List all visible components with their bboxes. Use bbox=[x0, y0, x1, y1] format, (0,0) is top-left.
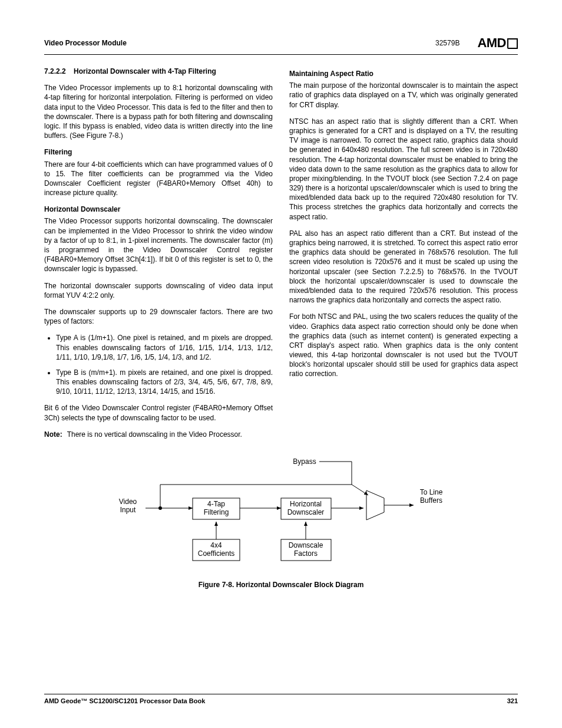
paragraph: The main purpose of the horizontal downs… bbox=[289, 81, 518, 110]
two-column-layout: 7.2.2.2 Horizontal Downscaler with 4-Tap… bbox=[44, 67, 518, 446]
left-column: 7.2.2.2 Horizontal Downscaler with 4-Tap… bbox=[44, 67, 273, 446]
mux-icon bbox=[366, 490, 384, 520]
label-to-line: To Line bbox=[420, 488, 443, 496]
label-filtering: Filtering bbox=[204, 508, 229, 516]
label-bypass: Bypass bbox=[293, 457, 316, 466]
header-module: Video Processor Module bbox=[44, 39, 127, 47]
label-downscaler: Downscaler bbox=[287, 508, 325, 516]
label-input: Input bbox=[120, 506, 136, 514]
label-buffers: Buffers bbox=[420, 496, 442, 505]
label-coefficients: Coefficients bbox=[198, 549, 234, 558]
section-number: 7.2.2.2 bbox=[44, 67, 66, 75]
label-4tap: 4-Tap bbox=[207, 500, 225, 508]
amd-logo-text: AMD bbox=[477, 35, 506, 51]
block-diagram: Video Input 4-Tap Filtering Horizontal D… bbox=[104, 452, 458, 570]
paragraph: The Video Processor implements up to 8:1… bbox=[44, 83, 273, 140]
list-item: Type A is (1/m+1). One pixel is retained… bbox=[56, 333, 273, 362]
paragraph: There are four 4-bit coefficients which … bbox=[44, 160, 273, 198]
label-horizontal: Horizontal bbox=[290, 500, 322, 508]
footer-book-title: AMD Geode™ SC1200/SC1201 Processor Data … bbox=[44, 697, 205, 704]
amd-logo-icon bbox=[507, 38, 518, 49]
page-footer: AMD Geode™ SC1200/SC1201 Processor Data … bbox=[44, 694, 518, 704]
header-docnum: 32579B bbox=[435, 39, 459, 47]
note-label: Note: bbox=[44, 430, 62, 439]
figure-7-8: Video Input 4-Tap Filtering Horizontal D… bbox=[44, 452, 518, 589]
footer-page-number: 321 bbox=[507, 697, 518, 704]
bullet-list: Type A is (1/m+1). One pixel is retained… bbox=[44, 333, 273, 396]
paragraph: NTSC has an aspect ratio that is slightl… bbox=[289, 117, 518, 222]
subheading-horizontal-downscaler: Horizontal Downscaler bbox=[44, 205, 273, 214]
label-downscale: Downscale bbox=[289, 541, 323, 549]
page-header: Video Processor Module 32579B AMD bbox=[44, 35, 518, 55]
paragraph: Bit 6 of the Video Downscaler Control re… bbox=[44, 403, 273, 422]
subheading-aspect-ratio: Maintaining Aspect Ratio bbox=[289, 69, 518, 78]
paragraph: The downscaler supports up to 29 downsca… bbox=[44, 307, 273, 326]
label-video: Video bbox=[119, 498, 137, 506]
node-dot bbox=[158, 506, 162, 510]
right-column: Maintaining Aspect Ratio The main purpos… bbox=[289, 67, 518, 446]
paragraph: The Video Processor supports horizontal … bbox=[44, 216, 273, 274]
label-factors: Factors bbox=[294, 549, 318, 558]
figure-caption: Figure 7-8. Horizontal Downscaler Block … bbox=[44, 581, 518, 589]
label-4x4: 4x4 bbox=[210, 541, 222, 549]
amd-logo: AMD bbox=[477, 35, 518, 51]
list-item: Type B is (m/m+1). m pixels are retained… bbox=[56, 368, 273, 397]
svg-line-10 bbox=[352, 485, 368, 495]
subheading-filtering: Filtering bbox=[44, 147, 273, 157]
note-text: There is no vertical downscaling in the … bbox=[67, 430, 242, 439]
paragraph: PAL also has an aspect ratio different t… bbox=[289, 229, 518, 305]
paragraph: The horizontal downscaler supports downs… bbox=[44, 281, 273, 300]
paragraph: For both NTSC and PAL, using the two sca… bbox=[289, 312, 518, 378]
note: Note: There is no vertical downscaling i… bbox=[44, 430, 273, 439]
section-title: Horizontal Downscaler with 4-Tap Filteri… bbox=[74, 67, 216, 75]
